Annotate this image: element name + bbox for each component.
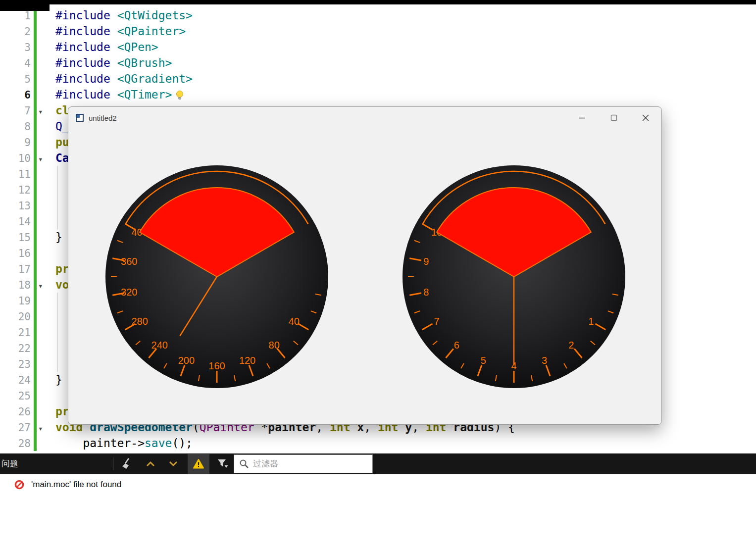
line-number: 18	[0, 277, 31, 293]
next-item-button[interactable]	[162, 454, 184, 474]
search-icon	[239, 459, 249, 469]
vcs-change-bar	[34, 7, 37, 451]
code-line[interactable]: 2#include <QPainter>	[0, 23, 756, 39]
gauge-scale-label: 1	[588, 316, 594, 327]
gauge-scale-label: 9	[423, 256, 429, 267]
indent-guide	[57, 166, 58, 182]
issue-row[interactable]: 'main.moc' file not found	[0, 479, 756, 490]
code-text: Ca	[55, 151, 69, 164]
line-number: 12	[0, 182, 31, 198]
gauge-scale-label: 8	[423, 287, 429, 298]
code-text: pr	[55, 262, 69, 275]
speedometer-canvas: 400360320280240200160120804010987654321	[68, 129, 662, 425]
issues-panel-title: 问题	[1, 453, 18, 474]
code-text: #include <QPen>	[55, 41, 158, 53]
gauge-scale-label: 120	[239, 355, 255, 366]
line-number: 4	[0, 55, 31, 71]
indent-guide	[57, 198, 58, 213]
show-warnings-toggle[interactable]	[188, 454, 209, 474]
code-text: #include <QTimer>	[55, 88, 172, 101]
lightbulb-icon[interactable]	[175, 90, 184, 101]
code-line[interactable]: 5#include <QGradient>	[0, 71, 756, 87]
indent-guide	[57, 293, 58, 308]
code-text: painter->save();	[55, 437, 193, 450]
code-text: #include <QBrush>	[55, 56, 172, 69]
code-text: #include <QGradient>	[55, 72, 193, 85]
gauge-scale-label: 360	[121, 256, 137, 267]
gauge-scale-label: 200	[178, 355, 195, 366]
window-titlebar[interactable]: untitled2	[68, 107, 661, 129]
code-text: pr	[55, 405, 69, 418]
line-number: 24	[0, 372, 31, 388]
maximize-button[interactable]	[598, 107, 630, 129]
line-number: 7	[0, 103, 31, 119]
line-number: 28	[0, 436, 31, 451]
chevron-down-icon	[168, 460, 178, 467]
line-number: 25	[0, 388, 31, 404]
gauge-scale-label: 240	[151, 340, 168, 351]
gauge-scale-label: 280	[131, 316, 148, 327]
line-number: 22	[0, 341, 31, 356]
gauge-scale-label: 3	[542, 355, 547, 366]
close-icon	[642, 114, 650, 122]
line-number: 14	[0, 214, 31, 230]
window-title: untitled2	[89, 114, 117, 122]
top-left-black-block	[0, 0, 50, 11]
line-number: 10	[0, 150, 31, 166]
line-number: 17	[0, 261, 31, 277]
code-text: }	[55, 373, 62, 386]
line-number: 27	[0, 420, 31, 436]
code-line[interactable]: 1#include <QtWidgets>	[0, 7, 756, 23]
indent-guide	[57, 308, 58, 324]
code-text: }	[55, 231, 62, 244]
indent-guide	[57, 324, 58, 340]
filter-search-box[interactable]	[234, 454, 373, 473]
indent-guide	[57, 340, 58, 356]
line-number: 15	[0, 230, 31, 246]
gauge-scale-label: 2	[568, 340, 574, 351]
line-number: 23	[0, 356, 31, 372]
line-number: 26	[0, 404, 31, 420]
close-button[interactable]	[630, 107, 661, 129]
line-number: 8	[0, 119, 31, 135]
code-line[interactable]: 3#include <QPen>	[0, 39, 756, 55]
issues-list: 'main.moc' file not found	[0, 474, 756, 551]
line-number: 6	[0, 87, 31, 103]
line-number: 9	[0, 135, 31, 150]
funnel-icon	[217, 458, 229, 469]
minimize-button[interactable]	[566, 107, 598, 129]
broom-icon	[120, 457, 133, 470]
line-number: 16	[0, 246, 31, 261]
toolbar-separator	[113, 457, 113, 470]
filter-menu-button[interactable]	[212, 454, 234, 474]
filter-input[interactable]	[253, 459, 372, 469]
indent-guide	[57, 182, 58, 198]
maximize-icon	[610, 114, 617, 121]
issue-text: 'main.moc' file not found	[31, 480, 121, 490]
gauge-scale-label: 320	[121, 287, 137, 298]
gauge-scale-label: 5	[481, 355, 486, 366]
clean-button[interactable]	[116, 454, 138, 474]
code-text: Q_	[55, 120, 69, 133]
code-text: pu	[55, 136, 69, 149]
line-number: 20	[0, 309, 31, 325]
warning-icon	[193, 458, 204, 469]
top-black-strip	[0, 0, 756, 4]
speedometer-left: 4003603202802402001601208040	[105, 165, 328, 388]
code-line[interactable]: 28 painter->save();	[0, 435, 756, 451]
gauge-scale-label: 40	[289, 316, 300, 327]
error-icon	[14, 479, 25, 490]
code-line[interactable]: 6#include <QTimer>	[0, 87, 756, 102]
previous-item-button[interactable]	[140, 454, 161, 474]
app-icon	[76, 114, 84, 122]
code-line[interactable]: 4#include <QBrush>	[0, 55, 756, 71]
indent-guide	[57, 213, 58, 229]
code-text: vo	[55, 278, 69, 291]
line-number: 21	[0, 325, 31, 341]
issues-panel-header: 问题	[0, 453, 756, 474]
line-number: 3	[0, 40, 31, 55]
code-text: cl	[55, 104, 69, 117]
line-number: 2	[0, 24, 31, 40]
qt-app-window[interactable]: untitled2 400360320280240200160120804010…	[68, 106, 662, 425]
line-number: 19	[0, 293, 31, 309]
